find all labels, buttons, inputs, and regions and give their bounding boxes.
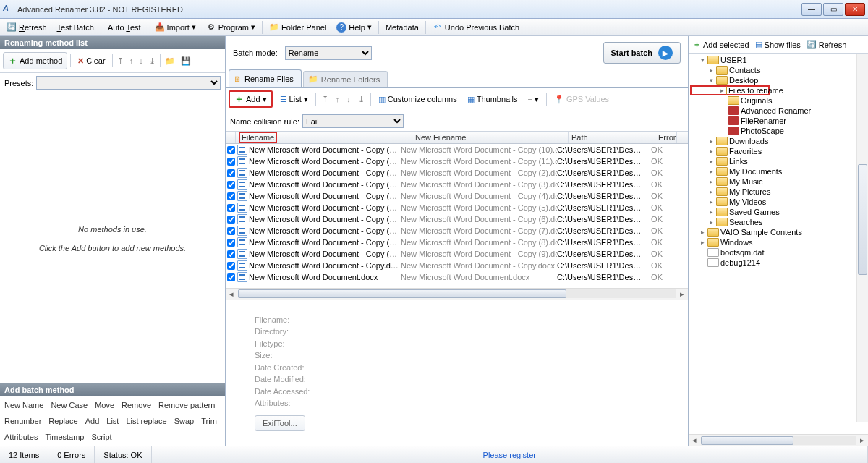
tree-node[interactable]: ▸Links [690, 156, 867, 166]
scroll-track[interactable] [701, 436, 856, 445]
row-checkbox[interactable] [226, 216, 236, 224]
presets-select[interactable] [36, 76, 221, 90]
table-row[interactable]: New Microsoft Word Document - Copy (6).d… [226, 213, 688, 225]
open-icon[interactable]: 📁 [163, 56, 176, 66]
tree-node[interactable]: Advanced Renamer [690, 106, 867, 116]
row-checkbox[interactable] [226, 262, 236, 270]
expand-icon[interactable]: ▸ [707, 136, 715, 146]
scroll-right-icon[interactable]: ▸ [676, 289, 688, 299]
expand-icon[interactable]: ▸ [720, 85, 724, 95]
move-bottom-icon[interactable]: ⤓ [148, 56, 157, 66]
batch-method-remove[interactable]: Remove [122, 401, 151, 409]
tab-rename-files[interactable]: 🗎Rename Files [229, 69, 302, 87]
tree-refresh-button[interactable]: 🔄Refresh [807, 40, 847, 49]
table-row[interactable]: New Microsoft Word Document - Copy (10).… [226, 144, 688, 156]
metadata-button[interactable]: Metadata [382, 22, 422, 33]
scroll-left-icon[interactable]: ◂ [226, 289, 237, 299]
settings-button[interactable]: ≡▾ [525, 93, 542, 106]
batch-method-new-name[interactable]: New Name [4, 401, 43, 409]
expand-icon[interactable]: ▾ [707, 75, 715, 85]
batch-method-attributes[interactable]: Attributes [4, 433, 38, 441]
test-batch-button[interactable]: Test Batch [54, 22, 98, 33]
collision-select[interactable]: Fail [302, 114, 404, 128]
expand-icon[interactable]: ▸ [707, 65, 715, 75]
help-button[interactable]: ?Help ▾ [333, 21, 375, 34]
scroll-left-icon[interactable]: ◂ [689, 436, 700, 445]
import-button[interactable]: 📥Import ▾ [151, 21, 200, 34]
maximize-button[interactable]: ▭ [823, 3, 843, 16]
move-up-icon[interactable]: ↑ [128, 56, 135, 65]
tree-node[interactable]: ▸My Music [690, 177, 867, 187]
tree-node[interactable]: debug1214 [690, 258, 867, 268]
row-checkbox[interactable] [226, 181, 236, 189]
folder-tree[interactable]: ▾USER1▸Contacts▾Desktop▸Files to renameO… [689, 54, 868, 434]
add-method-button[interactable]: ＋Add method [3, 52, 67, 69]
batch-method-new-case[interactable]: New Case [51, 401, 88, 409]
sort-bottom-icon[interactable]: ⤓ [357, 95, 366, 104]
minimize-button[interactable]: — [801, 3, 822, 16]
batch-method-replace[interactable]: Replace [48, 417, 77, 425]
expand-icon[interactable]: ▸ [707, 187, 715, 197]
save-icon[interactable]: 💾 [179, 56, 192, 66]
scroll-right-icon[interactable]: ▸ [856, 436, 868, 445]
sort-down-icon[interactable]: ↓ [345, 95, 352, 103]
tree-node[interactable]: ▾Desktop [690, 75, 867, 85]
sort-up-icon[interactable]: ↑ [334, 95, 341, 103]
tree-node[interactable]: ▸Favorites [690, 146, 867, 156]
exiftool-button[interactable]: ExifTool... [255, 415, 305, 432]
scroll-thumb[interactable] [238, 289, 566, 298]
col-path[interactable]: Path [569, 132, 655, 143]
show-files-button[interactable]: ▤Show files [755, 40, 801, 49]
folder-panel-button[interactable]: 📁Folder Panel [265, 21, 330, 34]
tree-hscrollbar[interactable]: ◂ ▸ [689, 434, 868, 446]
refresh-button[interactable]: 🔄Refresh [3, 21, 51, 34]
customize-columns-button[interactable]: ▥Customize columns [375, 93, 460, 106]
tree-node[interactable]: ▸VAIO Sample Contents [690, 227, 867, 237]
table-row[interactable]: New Microsoft Word Document - Copy (4).d… [226, 190, 688, 202]
row-checkbox[interactable] [226, 273, 236, 281]
col-filename[interactable]: Filename [236, 132, 412, 143]
undo-button[interactable]: ↶Undo Previous Batch [429, 21, 523, 34]
batch-mode-select[interactable]: Rename [285, 46, 372, 60]
table-row[interactable]: New Microsoft Word Document - Copy (8).d… [226, 237, 688, 248]
batch-method-list-replace[interactable]: List replace [126, 417, 166, 425]
expand-icon[interactable]: ▸ [707, 217, 715, 227]
tree-node[interactable]: FileRenamer [690, 116, 867, 126]
move-top-icon[interactable]: ⤒ [116, 56, 125, 66]
col-error[interactable]: Error [655, 132, 677, 143]
table-row[interactable]: New Microsoft Word Document - Copy.docxN… [226, 260, 688, 271]
tree-node[interactable]: ▸My Documents [690, 166, 867, 177]
sort-top-icon[interactable]: ⤒ [320, 95, 330, 104]
col-check[interactable] [226, 132, 236, 143]
tree-node[interactable]: ▾USER1 [690, 55, 867, 65]
batch-method-move[interactable]: Move [95, 401, 114, 409]
expand-icon[interactable]: ▸ [699, 237, 706, 247]
table-row[interactable]: New Microsoft Word Document - Copy (11).… [226, 156, 688, 167]
tree-node[interactable]: ▸My Videos [690, 197, 867, 207]
expand-icon[interactable]: ▸ [707, 166, 715, 177]
scroll-track[interactable] [238, 289, 676, 298]
auto-test-button[interactable]: Auto Test [104, 22, 145, 33]
table-row[interactable]: New Microsoft Word Document - Copy (7).d… [226, 225, 688, 237]
row-checkbox[interactable] [226, 192, 236, 200]
row-checkbox[interactable] [226, 250, 236, 258]
batch-method-script[interactable]: Script [91, 433, 111, 441]
batch-method-swap[interactable]: Swap [174, 417, 195, 425]
close-button[interactable]: ✕ [845, 3, 865, 16]
tree-node[interactable]: ▸Files to rename [690, 85, 770, 95]
tree-node[interactable]: Originals [690, 95, 867, 106]
hscrollbar[interactable]: ◂ ▸ [226, 288, 688, 300]
tree-node[interactable]: PhotoScape [690, 126, 867, 136]
batch-method-remove-pattern[interactable]: Remove pattern [158, 401, 215, 409]
batch-method-renumber[interactable]: Renumber [4, 417, 41, 425]
gps-button[interactable]: 📍GPS Values [551, 93, 612, 106]
table-row[interactable]: New Microsoft Word Document - Copy (3).d… [226, 179, 688, 190]
table-row[interactable]: New Microsoft Word Document.docxNew Micr… [226, 271, 688, 283]
row-checkbox[interactable] [226, 169, 236, 177]
batch-method-timestamp[interactable]: Timestamp [45, 433, 84, 441]
tree-node[interactable]: ▸Saved Games [690, 207, 867, 217]
expand-icon[interactable]: ▸ [707, 146, 715, 156]
expand-icon[interactable]: ▸ [707, 207, 715, 217]
batch-method-list[interactable]: List [106, 417, 119, 425]
expand-icon[interactable]: ▸ [707, 197, 715, 207]
